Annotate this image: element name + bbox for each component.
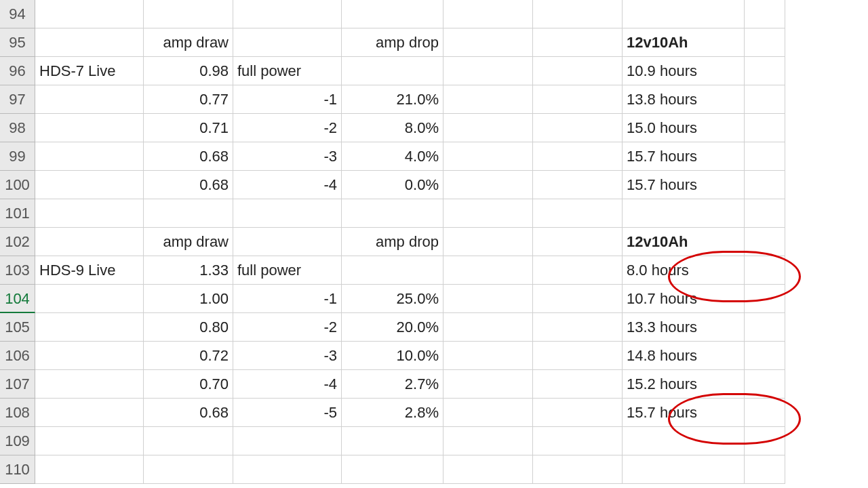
row-header[interactable]: 104 (0, 285, 35, 313)
cell-94-B[interactable] (144, 0, 233, 28)
cell-109-G[interactable] (623, 427, 745, 455)
cell-100-D[interactable]: 0.0% (342, 171, 443, 199)
cell-95-trailing[interactable] (745, 28, 785, 57)
cell-98-B[interactable]: 0.71 (144, 114, 233, 142)
cell-103-D[interactable] (342, 256, 443, 285)
row-header[interactable]: 99 (0, 142, 35, 171)
cell-94-trailing[interactable] (745, 0, 785, 28)
cell-102-F[interactable] (533, 228, 623, 256)
spreadsheet-grid[interactable]: 9495amp drawamp drop12v10Ah96HDS-7 Live0… (0, 0, 868, 484)
cell-106-trailing[interactable] (745, 342, 785, 370)
row-header[interactable]: 94 (0, 0, 35, 28)
cell-102-D[interactable]: amp drop (342, 228, 443, 256)
cell-108-D[interactable]: 2.8% (342, 399, 443, 427)
cell-104-trailing[interactable] (745, 285, 785, 313)
cell-108-B[interactable]: 0.68 (144, 399, 233, 427)
cell-108-F[interactable] (533, 399, 623, 427)
cell-102-G[interactable]: 12v10Ah (623, 228, 745, 256)
cell-103-B[interactable]: 1.33 (144, 256, 233, 285)
cell-109-trailing[interactable] (745, 427, 785, 455)
cell-101-B[interactable] (144, 199, 233, 228)
cell-100-trailing[interactable] (745, 171, 785, 199)
cell-109-B[interactable] (144, 427, 233, 455)
row-header[interactable]: 101 (0, 199, 35, 228)
cell-98-D[interactable]: 8.0% (342, 114, 443, 142)
cell-105-F[interactable] (533, 313, 623, 342)
cell-107-G[interactable]: 15.2 hours (623, 370, 745, 399)
cell-97-F[interactable] (533, 85, 623, 114)
cell-107-B[interactable]: 0.70 (144, 370, 233, 399)
cell-109-C[interactable] (233, 427, 342, 455)
cell-98-G[interactable]: 15.0 hours (623, 114, 745, 142)
cell-109-D[interactable] (342, 427, 443, 455)
cell-94-G[interactable] (623, 0, 745, 28)
cell-99-D[interactable]: 4.0% (342, 142, 443, 171)
cell-94-C[interactable] (233, 0, 342, 28)
cell-100-B[interactable]: 0.68 (144, 171, 233, 199)
cell-100-A[interactable] (35, 171, 144, 199)
cell-97-trailing[interactable] (745, 85, 785, 114)
cell-104-E[interactable] (443, 285, 533, 313)
cell-98-F[interactable] (533, 114, 623, 142)
cell-102-E[interactable] (443, 228, 533, 256)
cell-94-F[interactable] (533, 0, 623, 28)
cell-95-C[interactable] (233, 28, 342, 57)
cell-110-trailing[interactable] (745, 455, 785, 484)
cell-102-trailing[interactable] (745, 228, 785, 256)
cell-110-A[interactable] (35, 455, 144, 484)
cell-107-C[interactable]: -4 (233, 370, 342, 399)
row-header[interactable]: 100 (0, 171, 35, 199)
cell-101-G[interactable] (623, 199, 745, 228)
cell-96-A[interactable]: HDS-7 Live (35, 57, 144, 85)
cell-104-F[interactable] (533, 285, 623, 313)
cell-110-E[interactable] (443, 455, 533, 484)
cell-95-B[interactable]: amp draw (144, 28, 233, 57)
cell-101-D[interactable] (342, 199, 443, 228)
cell-105-trailing[interactable] (745, 313, 785, 342)
cell-103-A[interactable]: HDS-9 Live (35, 256, 144, 285)
cell-96-F[interactable] (533, 57, 623, 85)
cell-100-G[interactable]: 15.7 hours (623, 171, 745, 199)
cell-103-E[interactable] (443, 256, 533, 285)
cell-102-C[interactable] (233, 228, 342, 256)
cell-94-A[interactable] (35, 0, 144, 28)
cell-104-D[interactable]: 25.0% (342, 285, 443, 313)
cell-99-C[interactable]: -3 (233, 142, 342, 171)
cell-94-D[interactable] (342, 0, 443, 28)
cell-99-trailing[interactable] (745, 142, 785, 171)
row-header[interactable]: 109 (0, 427, 35, 455)
cell-101-F[interactable] (533, 199, 623, 228)
cell-109-F[interactable] (533, 427, 623, 455)
cell-106-F[interactable] (533, 342, 623, 370)
row-header[interactable]: 106 (0, 342, 35, 370)
cell-98-trailing[interactable] (745, 114, 785, 142)
cell-107-F[interactable] (533, 370, 623, 399)
cell-99-A[interactable] (35, 142, 144, 171)
cell-96-G[interactable]: 10.9 hours (623, 57, 745, 85)
row-header[interactable]: 97 (0, 85, 35, 114)
cell-102-B[interactable]: amp draw (144, 228, 233, 256)
cell-95-A[interactable] (35, 28, 144, 57)
cell-105-D[interactable]: 20.0% (342, 313, 443, 342)
cell-98-C[interactable]: -2 (233, 114, 342, 142)
cell-108-A[interactable] (35, 399, 144, 427)
cell-108-E[interactable] (443, 399, 533, 427)
cell-97-B[interactable]: 0.77 (144, 85, 233, 114)
cell-96-B[interactable]: 0.98 (144, 57, 233, 85)
cell-101-C[interactable] (233, 199, 342, 228)
cell-99-G[interactable]: 15.7 hours (623, 142, 745, 171)
cell-98-A[interactable] (35, 114, 144, 142)
row-header[interactable]: 98 (0, 114, 35, 142)
cell-109-A[interactable] (35, 427, 144, 455)
cell-104-A[interactable] (35, 285, 144, 313)
cell-107-E[interactable] (443, 370, 533, 399)
cell-105-A[interactable] (35, 313, 144, 342)
cell-97-E[interactable] (443, 85, 533, 114)
cell-106-D[interactable]: 10.0% (342, 342, 443, 370)
cell-103-C[interactable]: full power (233, 256, 342, 285)
cell-106-G[interactable]: 14.8 hours (623, 342, 745, 370)
cell-110-B[interactable] (144, 455, 233, 484)
row-header[interactable]: 96 (0, 57, 35, 85)
cell-107-trailing[interactable] (745, 370, 785, 399)
cell-105-C[interactable]: -2 (233, 313, 342, 342)
